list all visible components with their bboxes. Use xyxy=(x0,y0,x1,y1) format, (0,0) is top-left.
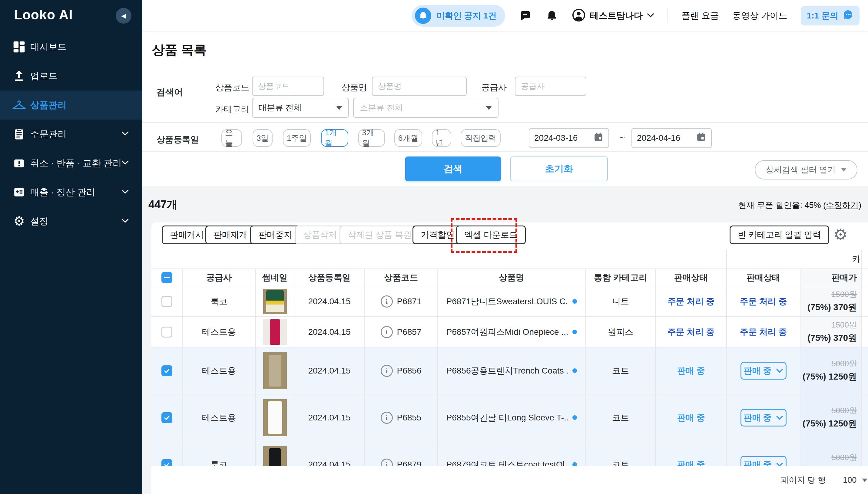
cell-name[interactable]: P6871남니트SweatersLOUIS C... xyxy=(438,286,586,316)
dashboard-icon xyxy=(12,40,26,54)
info-icon[interactable]: i xyxy=(381,326,393,338)
period-custom[interactable]: 직접입력 xyxy=(461,129,501,147)
supplier-input[interactable] xyxy=(515,77,586,96)
cell-code: i P6855 xyxy=(365,394,438,441)
clipboard-icon xyxy=(12,127,26,141)
product-thumbnail xyxy=(263,319,287,345)
period-3days[interactable]: 3일 xyxy=(253,129,273,147)
sidebar: Looko AI ◀ 대시보드 업로드 상품관리 주문관리 xyxy=(0,0,142,494)
product-name: P6871남니트SweatersLOUIS C... xyxy=(446,296,568,307)
period-1month[interactable]: 1개월 xyxy=(321,129,348,147)
info-icon[interactable]: i xyxy=(381,296,393,307)
row-checkbox[interactable] xyxy=(162,296,172,307)
product-thumbnail xyxy=(263,289,287,314)
bell-icon[interactable] xyxy=(545,9,558,22)
inquiry-button[interactable]: 1:1 문의 xyxy=(801,6,860,25)
sidebar-item-dashboard[interactable]: 대시보드 xyxy=(0,32,142,61)
price-discounted: (75%) 1250원 xyxy=(802,418,857,430)
product-name-input[interactable] xyxy=(372,77,467,96)
rows-per-page-select[interactable]: 100 xyxy=(843,476,867,485)
price-discount-button[interactable]: 가격할인 xyxy=(412,226,463,244)
status-text: 주문 처리 중 xyxy=(740,326,787,338)
price-original: 5000원 xyxy=(831,358,857,369)
date-to-input[interactable]: 2024-04-16 xyxy=(631,128,712,148)
cell-thumbnail[interactable] xyxy=(256,347,294,394)
status-dropdown-value: 판매 중 xyxy=(744,412,772,423)
sidebar-item-cancel-return[interactable]: 취소 · 반품 · 교환 관리 xyxy=(0,149,142,178)
table-settings-gear-icon[interactable]: ⚙ xyxy=(833,227,848,243)
video-guide-link[interactable]: 동영상 가이드 xyxy=(732,10,788,22)
period-1year[interactable]: 1년 xyxy=(432,129,451,147)
product-code-input[interactable] xyxy=(252,77,324,96)
empty-category-button[interactable]: 빈 카테고리 일괄 입력 xyxy=(730,226,829,244)
chat-icon[interactable] xyxy=(518,9,532,22)
account-name: 테스트탐나다 xyxy=(590,10,643,22)
search-button[interactable]: 검색 xyxy=(405,156,501,181)
sale-resume-button[interactable]: 판매재개 xyxy=(205,226,256,244)
group-clipped-label: 카 xyxy=(852,253,860,265)
period-today[interactable]: 오늘 xyxy=(221,129,242,147)
sidebar-item-upload[interactable]: 업로드 xyxy=(0,61,142,91)
reg-date-label: 상품등록일 xyxy=(156,134,199,145)
category-main-select[interactable]: 대분류 전체 xyxy=(252,98,349,118)
status-dropdown[interactable]: 판매 중 xyxy=(740,409,787,426)
cell-thumbnail[interactable] xyxy=(256,286,294,316)
chevron-down-icon xyxy=(841,168,847,172)
sidebar-item-orders[interactable]: 주문관리 xyxy=(0,119,142,149)
advanced-filter-toggle[interactable]: 상세검색 필터 열기 xyxy=(755,160,857,179)
sidebar-collapse-button[interactable]: ◀ xyxy=(116,8,131,24)
period-3months[interactable]: 3개월 xyxy=(358,129,385,147)
sale-start-button[interactable]: 판매개시 xyxy=(162,226,212,244)
select-all-checkbox[interactable] xyxy=(162,272,172,283)
header-status2: 판매상태 xyxy=(727,269,800,286)
product-thumbnail xyxy=(263,399,287,436)
price-original: 1500원 xyxy=(831,289,857,300)
header-status1: 판매상태 xyxy=(656,269,727,286)
restore-deleted-button[interactable]: 삭제된 상품 복원 xyxy=(339,226,420,244)
product-table: 카 공급사 썸네일 상품등록일 상품코드 상품명 통합 카테고리 판매상태 판매… xyxy=(151,250,868,488)
status-text: 주문 처리 중 xyxy=(667,296,715,307)
table-group-band: 카 xyxy=(151,250,868,269)
price-original: 5000원 xyxy=(831,452,857,463)
date-to-value: 2024-04-16 xyxy=(637,133,680,143)
plan-pricing-link[interactable]: 플랜 요금 xyxy=(681,10,719,22)
cell-category: 니트 xyxy=(586,286,656,316)
price-original: 1500원 xyxy=(831,320,857,330)
row-checkbox[interactable] xyxy=(162,327,172,338)
period-1week[interactable]: 1주일 xyxy=(283,129,311,147)
period-6months[interactable]: 6개월 xyxy=(394,129,422,147)
collapse-left-icon: ◀ xyxy=(121,12,126,19)
sidebar-item-sales-settlement[interactable]: 매출 · 정산 관리 xyxy=(0,178,142,207)
row-checkbox[interactable] xyxy=(162,365,172,376)
date-from-input[interactable]: 2024-03-16 xyxy=(529,128,609,148)
coupon-rate-prefix: 현재 쿠폰 할인율: 45% xyxy=(738,201,823,210)
cell-name[interactable]: P6857여원피스Midi Onepiece ... xyxy=(438,317,586,347)
coupon-edit-link[interactable]: (수정하기) xyxy=(823,201,861,210)
header-price: 판매가 xyxy=(800,269,862,286)
price-discounted: (75%) 370원 xyxy=(808,302,857,314)
cell-thumbnail[interactable] xyxy=(256,394,294,441)
pagination-bar: 페이지 당 행 100 1–100 of 447 xyxy=(151,466,868,494)
status-dropdown[interactable]: 판매 중 xyxy=(740,362,787,380)
row-checkbox[interactable] xyxy=(162,412,172,423)
category-sub-select[interactable]: 소분류 전체 xyxy=(353,98,499,118)
cell-name[interactable]: P6855여긴팔 티Long Sleeve T-... xyxy=(438,394,586,441)
excel-download-button[interactable]: 엑셀 다운로드 xyxy=(456,226,526,244)
account-menu[interactable]: 테스트탐나다 xyxy=(572,8,654,23)
cell-thumbnail[interactable] xyxy=(256,317,294,347)
sidebar-item-label: 매출 · 정산 관리 xyxy=(30,186,95,198)
sidebar-item-products[interactable]: 상품관리 xyxy=(0,91,142,119)
sale-stop-button[interactable]: 판매중지 xyxy=(250,226,300,244)
product-name: P6857여원피스Midi Onepiece ... xyxy=(446,326,568,338)
cell-name[interactable]: P6856공용트렌치Trench Coats ... xyxy=(438,347,586,394)
info-icon[interactable]: i xyxy=(381,365,393,377)
header-category: 통합 카테고리 xyxy=(586,269,656,286)
product-delete-button[interactable]: 상품삭제 xyxy=(295,226,345,244)
info-icon[interactable]: i xyxy=(381,412,393,424)
sidebar-item-settings[interactable]: ⚙ 설정 xyxy=(0,207,142,236)
topbar-divider xyxy=(667,9,668,22)
header-thumbnail: 썸네일 xyxy=(256,269,294,286)
reset-button[interactable]: 초기화 xyxy=(510,156,608,181)
header-reg-date: 상품등록일 xyxy=(294,269,365,286)
unread-notice-button[interactable]: 미확인 공지 1건 xyxy=(412,5,505,27)
